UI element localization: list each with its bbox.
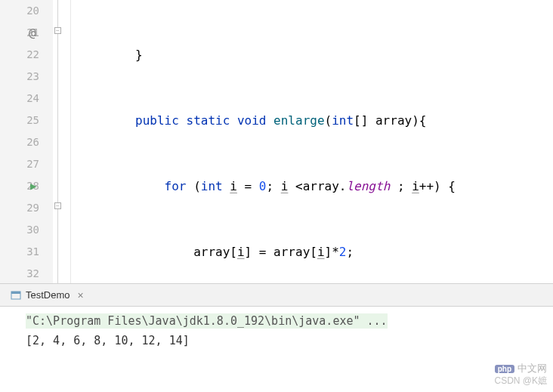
line-number: 32 <box>0 263 39 285</box>
fold-toggle-icon[interactable]: − <box>54 202 61 209</box>
close-icon[interactable]: × <box>78 289 84 301</box>
line-number: 27 <box>0 153 39 175</box>
command-line: "C:\Program Files\Java\jdk1.8.0_192\bin\… <box>26 313 388 329</box>
console-tab[interactable]: TestDemo × <box>5 284 90 306</box>
line-number: 28▶ <box>0 175 39 197</box>
code-line[interactable]: array[i] = array[i]*2; <box>77 241 553 263</box>
svg-rect-1 <box>11 292 20 294</box>
watermark: php 中文网 <box>495 362 547 375</box>
run-tool-window: TestDemo × "C:\Program Files\Java\jdk1.8… <box>0 283 553 355</box>
change-marker-icon: @ <box>29 22 36 44</box>
line-number: 22 <box>0 44 39 66</box>
line-number: 31 <box>0 241 39 263</box>
php-badge-icon: php <box>495 365 514 373</box>
console-tab-label: TestDemo <box>26 289 70 301</box>
fold-toggle-icon[interactable]: − <box>54 27 61 34</box>
line-number: 21@ <box>0 22 39 44</box>
run-config-icon <box>11 290 21 301</box>
line-number: 25 <box>0 110 39 131</box>
output-line: [2, 4, 6, 8, 10, 12, 14] <box>26 331 547 350</box>
line-number: 24 <box>0 88 39 110</box>
line-number: 23 <box>0 66 39 88</box>
line-number-gutter: 20 21@ 22 23 24 25 26 27 28▶ 29 30 31 32 <box>0 0 53 283</box>
run-gutter-icon[interactable]: ▶ <box>30 175 36 197</box>
line-number: 26 <box>0 131 39 153</box>
line-number: 20 <box>0 0 39 22</box>
line-number: 30 <box>0 219 39 241</box>
line-number: 29 <box>0 197 39 219</box>
code-content[interactable]: } public static void enlarge(int[] array… <box>71 0 553 283</box>
code-line[interactable]: } <box>77 44 553 66</box>
code-line[interactable]: for (int i = 0; i <array.length ; i++) { <box>77 175 553 197</box>
fold-column[interactable]: − − <box>53 0 71 283</box>
code-line[interactable]: public static void enlarge(int[] array){ <box>77 110 553 131</box>
code-editor[interactable]: 20 21@ 22 23 24 25 26 27 28▶ 29 30 31 32… <box>0 0 553 283</box>
console-tab-bar: TestDemo × <box>0 284 553 307</box>
console-output[interactable]: "C:\Program Files\Java\jdk1.8.0_192\bin\… <box>0 307 553 355</box>
watermark-sub: CSDN @K嫬 <box>494 375 547 387</box>
